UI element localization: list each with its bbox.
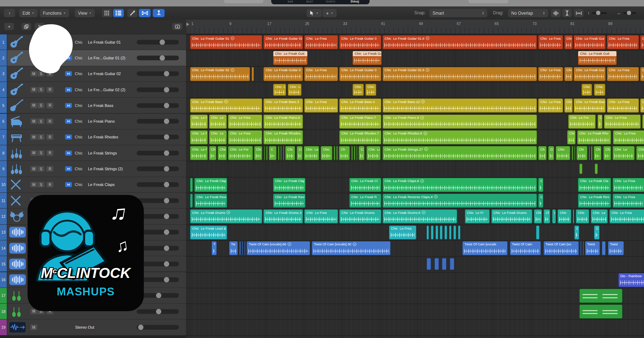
track-header-row-19[interactable]: 19MStereo Out	[0, 319, 186, 335]
region-chi[interactable]: Chi	[285, 146, 295, 160]
add-track-button[interactable]: +	[4, 23, 14, 30]
volume-knob[interactable]	[164, 87, 169, 92]
mute-button[interactable]: M	[30, 71, 37, 77]
region-sliver[interactable]	[442, 258, 447, 270]
region-chic-le-freak-bas[interactable]: Chic Le Freak Bas	[574, 98, 606, 113]
region-chic-le-freak-rhodes-7[interactable]: Chic Le Freak Rhodes.7	[339, 130, 381, 144]
region-chic-le-freak-guit[interactable]: Chic Le Freak Guit	[578, 51, 616, 65]
track-name[interactable]: Le Freak Claps	[88, 182, 115, 187]
region-chic-le-fr[interactable]: Chic Le Fr	[190, 130, 208, 144]
region-c[interactable]: C	[190, 194, 193, 208]
region-chic-le-freak-rho[interactable]: Chic Le Freak Rho	[577, 130, 611, 144]
region-sliver[interactable]	[431, 225, 434, 240]
region-sliver[interactable]	[283, 146, 284, 160]
track-name[interactable]: Le Freak Guitar 02	[88, 72, 121, 76]
region-sliver[interactable]	[280, 146, 282, 160]
region-sliver[interactable]	[595, 163, 598, 174]
track-header-row-2[interactable]: 2MSR⋈ChicLe Fre…Guitar 01 (2)	[0, 50, 186, 65]
region-ch[interactable]: Ch	[548, 146, 554, 160]
region-twist-of-cain-vocals-30[interactable]: Twist Of Cain [vocals].30∞	[312, 241, 391, 255]
region-sliver[interactable]	[449, 225, 452, 240]
volume-knob[interactable]	[164, 277, 169, 283]
solo-button[interactable]: S	[38, 71, 44, 77]
region-c[interactable]: C	[597, 114, 602, 129]
track-number[interactable]: 14	[0, 240, 7, 256]
track-loop-badge-icon[interactable]: ⋈	[65, 134, 72, 139]
region-sliver[interactable]	[242, 241, 243, 255]
region-chic[interactable]: Chic	[564, 98, 573, 113]
mute-button[interactable]: M	[30, 150, 37, 156]
track-header-row-8[interactable]: 8MSR⋈ChicLe Freak Strings	[0, 145, 186, 161]
region-chic-le[interactable]: Chic Le	[366, 146, 381, 160]
region-chic-le-frea[interactable]: Chic Le Frea	[228, 130, 262, 144]
region-chic-le-freak-lead-[interactable]: Chic Le Freak Lead &	[190, 225, 227, 240]
region-chi[interactable]: Chi	[209, 146, 216, 160]
region-chi[interactable]: Chi	[603, 146, 611, 160]
region-chic-le-freak-guitar-01[interactable]: Chic Le Freak Guitar 01	[263, 35, 303, 49]
solo-button[interactable]: S	[38, 182, 44, 187]
region-sliver[interactable]	[591, 146, 592, 160]
volume-knob[interactable]	[164, 230, 169, 235]
region-chic-le[interactable]: Chic Le	[288, 84, 302, 96]
track-number[interactable]: 13	[0, 225, 7, 240]
track-name[interactable]: Le Freak Guitar 01	[88, 40, 121, 44]
region-chic-le-freak-reverse-claps-8[interactable]: Chic Le Freak Reverse Claps.8∞	[382, 194, 537, 208]
region-c[interactable]: C	[552, 209, 556, 224]
region-chic-le[interactable]: Chic Le	[365, 84, 377, 96]
track-number[interactable]: 18	[0, 304, 7, 319]
track-header-row-9[interactable]: 9MSR⋈ChicLe Freak Strings (2)	[0, 161, 186, 176]
region-sliver[interactable]	[356, 146, 358, 160]
mute-button[interactable]: M	[30, 103, 37, 108]
region-twist-of-cain-vo[interactable]: Twist Of Cain [vo	[543, 241, 579, 255]
region-twist[interactable]: Twist	[585, 241, 600, 255]
region-chic-le-fre[interactable]: Chic Le Fre	[568, 114, 596, 129]
record-button[interactable]: R	[47, 166, 53, 172]
region-chic-le-freak-claps-[interactable]: Chic Le Freak Claps.	[273, 178, 306, 192]
region-sliver[interactable]	[434, 258, 439, 270]
region-chic-le-freak-guitar-0[interactable]: Chic Le Freak Guitar 0	[339, 67, 381, 81]
region-chic[interactable]: Chic	[321, 146, 332, 160]
region-sliver[interactable]	[426, 258, 431, 270]
region-sliver[interactable]	[536, 225, 540, 240]
region-chic-le-freak-piano-7[interactable]: Chic Le Freak Piano.7	[339, 114, 381, 129]
record-button[interactable]: R	[47, 39, 53, 45]
region-sliver[interactable]	[244, 241, 246, 255]
track-number[interactable]: 5	[0, 98, 7, 113]
volume-slider[interactable]	[137, 151, 179, 155]
volume-slider[interactable]	[137, 72, 179, 76]
volume-knob[interactable]	[160, 39, 165, 45]
region-t[interactable]: T	[211, 241, 217, 255]
track-loop-badge-icon[interactable]: ⋈	[65, 166, 72, 171]
track-number[interactable]: 7	[0, 129, 7, 145]
region-c[interactable]: C	[538, 178, 543, 192]
solo-button[interactable]: S	[38, 134, 44, 140]
region-sliver[interactable]	[264, 146, 265, 160]
region-chic-le-freak-rev[interactable]: Chic Le Freak Rev	[578, 194, 611, 208]
volume-knob[interactable]	[164, 71, 169, 77]
region-chic-le-frea[interactable]: Chic Le Frea	[604, 114, 641, 129]
region-chic[interactable]: Chic	[567, 130, 576, 144]
region-chic-le-fr[interactable]: Chic Le Fr	[190, 146, 208, 160]
region-chic-le-freak-piano-9[interactable]: Chic Le Freak Piano.9∞	[382, 114, 537, 129]
region-chic-le-frea[interactable]: Chic Le Frea	[607, 35, 639, 49]
record-button[interactable]: R	[47, 134, 53, 140]
region-chic-le-freak-gui[interactable]: Chic Le Freak Gui	[352, 51, 382, 65]
region-sliver[interactable]	[239, 241, 241, 255]
region-sliver[interactable]	[579, 289, 622, 303]
region-c[interactable]: C	[594, 225, 600, 240]
record-button[interactable]: R	[47, 118, 53, 124]
track-list-view-button[interactable]	[113, 9, 124, 17]
region-chic-le-freak-bass[interactable]: Chic Le Freak Bass∞	[190, 98, 262, 113]
solo-button[interactable]: S	[38, 103, 44, 108]
solo-button[interactable]: S	[38, 118, 44, 124]
region-chic-le-freak-guitar-0[interactable]: Chic Le Freak Guitar 0	[339, 35, 381, 49]
track-loop-badge-icon[interactable]: ⋈	[65, 151, 72, 156]
region-twist-of-cain[interactable]: Twist Of Cain	[510, 241, 541, 255]
track-loop-badge-icon[interactable]: ⋈	[65, 87, 72, 92]
s-button[interactable]: S	[35, 23, 44, 30]
track-number[interactable]: 16	[0, 272, 7, 288]
region-sliver[interactable]	[458, 225, 461, 240]
region-sliver[interactable]	[426, 225, 429, 240]
region-chic-le-freak-bass-3[interactable]: Chic Le Freak Bass.3	[263, 98, 303, 113]
region-chic[interactable]: Chic	[218, 146, 227, 160]
